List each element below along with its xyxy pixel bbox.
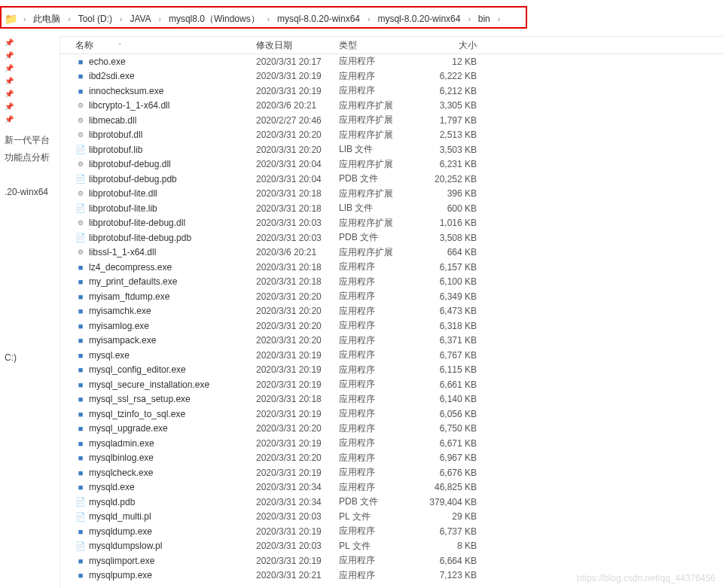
file-row[interactable]: mysqlbinlog.exe2020/3/31 20:20应用程序6,967 …	[60, 451, 723, 466]
file-row[interactable]: myisampack.exe2020/3/31 20:20应用程序6,371 K…	[60, 334, 723, 349]
file-date: 2020/3/31 20:18	[256, 262, 339, 273]
file-row[interactable]: libssl-1_1-x64.dll2020/3/6 20:21应用程序扩展66…	[60, 245, 723, 260]
file-size: 3,305 KB	[426, 100, 493, 111]
file-row[interactable]: my_print_defaults.exe2020/3/31 20:18应用程序…	[60, 275, 723, 290]
exe-file-icon	[75, 438, 86, 449]
file-size: 6,318 KB	[426, 321, 493, 331]
file-row[interactable]: mysqlimport.exe2020/3/31 20:19应用程序6,664 …	[60, 553, 723, 568]
file-row[interactable]: libprotobuf-lite.dll2020/3/31 20:18应用程序扩…	[60, 187, 723, 202]
file-row[interactable]: mysql_config_editor.exe2020/3/31 20:19应用…	[60, 363, 723, 378]
file-name: myisamlog.exe	[89, 321, 149, 331]
file-row[interactable]: libprotobuf-debug.dll2020/3/31 20:04应用程序…	[60, 157, 723, 172]
sidebar-quick-item[interactable]: 📌	[0, 87, 59, 100]
file-list[interactable]: echo.exe2020/3/31 20:17应用程序12 KBibd2sdi.…	[60, 54, 723, 588]
sidebar-quick-item[interactable]: 📌	[0, 100, 59, 113]
file-row[interactable]: lz4_decompress.exe2020/3/31 20:18应用程序6,1…	[60, 260, 723, 275]
file-row[interactable]: libprotobuf-debug.pdb2020/3/31 20:04PDB …	[60, 172, 723, 187]
breadcrumb-item[interactable]: Tool (D:)	[75, 12, 115, 26]
chevron-right-icon[interactable]: ›	[466, 15, 471, 23]
breadcrumb-item[interactable]: JAVA	[127, 12, 154, 26]
file-date: 2020/3/31 20:04	[256, 174, 339, 184]
file-row[interactable]: libprotobuf-lite-debug.dll2020/3/31 20:0…	[60, 216, 723, 231]
chevron-right-icon[interactable]: ›	[366, 15, 371, 23]
dll-file-icon	[75, 247, 86, 257]
column-header-size[interactable]: 大小	[426, 39, 493, 52]
pl-file-icon	[75, 541, 86, 551]
file-row[interactable]: libmecab.dll2020/2/27 20:46应用程序扩展1,797 K…	[60, 113, 723, 128]
file-type: 应用程序	[339, 407, 426, 420]
breadcrumb-item[interactable]: 此电脑	[30, 11, 63, 27]
chevron-right-icon[interactable]: ›	[118, 15, 124, 23]
file-row[interactable]: libprotobuf.dll2020/3/31 20:20应用程序扩展2,51…	[60, 128, 723, 143]
file-row[interactable]: mysqladmin.exe2020/3/31 20:19应用程序6,671 K…	[60, 436, 723, 451]
address-bar[interactable]: 📁 › 此电脑›Tool (D:)›JAVA›mysql8.0（Windows）…	[0, 8, 723, 30]
chevron-right-icon[interactable]: ›	[66, 15, 72, 23]
sidebar-quick-item[interactable]: 📌	[0, 36, 59, 49]
sidebar-quick-item[interactable]: 📌	[0, 49, 59, 62]
file-row[interactable]: ibd2sdi.exe2020/3/31 20:19应用程序6,222 KB	[60, 69, 723, 84]
file-row[interactable]: mysqld_multi.pl2020/3/31 20:03PL 文件29 KB	[60, 510, 723, 525]
file-row[interactable]: innochecksum.exe2020/3/31 20:19应用程序6,212…	[60, 84, 723, 99]
file-size: 46,825 KB	[426, 482, 493, 492]
exe-file-icon	[75, 423, 86, 434]
file-date: 2020/3/31 20:19	[256, 86, 339, 96]
file-row[interactable]: mysql.exe2020/3/31 20:19应用程序6,767 KB	[60, 348, 723, 363]
sidebar-item[interactable]: .20-winx64	[0, 184, 59, 200]
column-header-name[interactable]: 名称 ˄	[75, 39, 256, 52]
exe-file-icon	[75, 409, 86, 419]
file-name: mysql_secure_installation.exe	[89, 379, 209, 390]
file-type: 应用程序扩展	[339, 129, 426, 142]
sidebar-item[interactable]: C:)	[0, 350, 59, 365]
file-row[interactable]: myisam_ftdump.exe2020/3/31 20:20应用程序6,34…	[60, 289, 723, 304]
file-date: 2020/3/31 20:34	[256, 497, 339, 507]
file-name: mysqldump.exe	[89, 526, 152, 537]
file-size: 3,508 KB	[426, 233, 493, 243]
exe-file-icon	[75, 262, 86, 273]
file-row[interactable]: mysql_upgrade.exe2020/3/31 20:20应用程序6,75…	[60, 422, 723, 437]
chevron-right-icon[interactable]: ›	[266, 15, 271, 23]
file-row[interactable]: libprotobuf.lib2020/3/31 20:20LIB 文件3,50…	[60, 142, 723, 157]
file-row[interactable]: mysqlcheck.exe2020/3/31 20:19应用程序6,676 K…	[60, 465, 723, 480]
sidebar-item[interactable]: 新一代平台	[0, 132, 59, 149]
column-header-type[interactable]: 类型	[339, 39, 426, 52]
dll-file-icon	[75, 218, 86, 228]
file-row[interactable]: mysql_tzinfo_to_sql.exe2020/3/31 20:19应用…	[60, 407, 723, 422]
sidebar-quick-item[interactable]: 📌	[0, 75, 59, 87]
file-row[interactable]: mysqlpump.exe2020/3/31 20:21应用程序7,123 KB	[60, 568, 723, 583]
file-row[interactable]: libcrypto-1_1-x64.dll2020/3/6 20:21应用程序扩…	[60, 99, 723, 114]
file-row[interactable]: myisamlog.exe2020/3/31 20:20应用程序6,318 KB	[60, 318, 723, 334]
sidebar-quick-item[interactable]: 📌	[0, 62, 59, 75]
chevron-right-icon[interactable]: ›	[157, 15, 163, 23]
file-row[interactable]: myisamchk.exe2020/3/31 20:20应用程序6,473 KB	[60, 304, 723, 319]
file-name: myisampack.exe	[89, 335, 156, 346]
file-row[interactable]: mysqldumpslow.pl2020/3/31 20:03PL 文件8 KB	[60, 539, 723, 554]
pdb-file-icon	[75, 497, 86, 507]
exe-file-icon	[75, 394, 86, 404]
breadcrumb-item[interactable]: bin	[475, 12, 493, 26]
file-row[interactable]: mysqld.pdb2020/3/31 20:34PDB 文件379,404 K…	[60, 495, 723, 510]
file-row[interactable]: mysqldump.exe2020/3/31 20:19应用程序6,737 KB	[60, 524, 723, 539]
file-row[interactable]: mysql_ssl_rsa_setup.exe2020/3/31 20:18应用…	[60, 392, 723, 407]
sidebar-item[interactable]: 功能点分析	[0, 149, 59, 166]
file-row[interactable]: echo.exe2020/3/31 20:17应用程序12 KB	[60, 54, 723, 69]
breadcrumb-item[interactable]: mysql-8.0.20-winx64	[374, 12, 463, 26]
navigation-pane[interactable]: 📌 📌 📌 📌 📌 📌 📌 新一代平台 功能点分析 .20-winx64 C:)	[0, 36, 60, 588]
file-row[interactable]: mysql_secure_installation.exe2020/3/31 2…	[60, 377, 723, 392]
file-type: 应用程序	[339, 276, 426, 288]
file-type: LIB 文件	[339, 143, 426, 156]
file-type: 应用程序	[339, 319, 426, 332]
file-row[interactable]: libprotobuf-lite-debug.pdb2020/3/31 20:0…	[60, 230, 723, 245]
sidebar-quick-item[interactable]: 📌	[0, 113, 59, 126]
breadcrumb-item[interactable]: mysql8.0（Windows）	[166, 11, 263, 27]
file-row[interactable]: libprotobuf-lite.lib2020/3/31 20:18LIB 文…	[60, 201, 723, 216]
column-header-date[interactable]: 修改日期	[256, 39, 339, 52]
file-row[interactable]: mysqld.exe2020/3/31 20:34应用程序46,825 KB	[60, 480, 723, 495]
exe-file-icon	[75, 306, 86, 316]
folder-icon: 📁	[5, 13, 17, 25]
file-size: 6,473 KB	[426, 306, 493, 316]
chevron-right-icon[interactable]: ›	[496, 15, 502, 23]
breadcrumb-item[interactable]: mysql-8.0.20-winx64	[274, 12, 363, 26]
chevron-right-icon[interactable]: ›	[22, 15, 27, 23]
file-name: libprotobuf.dll	[89, 129, 142, 140]
dll-file-icon	[75, 115, 86, 126]
